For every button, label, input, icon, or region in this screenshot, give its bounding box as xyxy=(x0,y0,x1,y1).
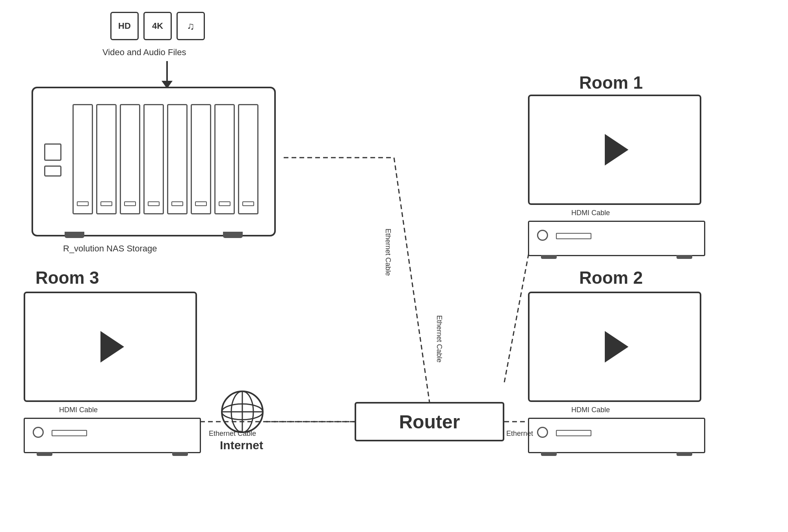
arrow-down-icon xyxy=(162,61,173,89)
room2-play-icon xyxy=(605,331,628,363)
router-label: Router xyxy=(399,411,460,433)
room3-play-icon xyxy=(100,331,124,363)
room1-media-player xyxy=(528,221,705,256)
nas-foot-left xyxy=(65,232,84,238)
file-icons-area: HD 4K ♫ xyxy=(110,12,205,40)
player1-port xyxy=(556,233,591,239)
diagram-container: HD 4K ♫ Video and Audio Files xyxy=(0,0,788,532)
room3-hdmi-label: HDMI Cable xyxy=(59,406,98,414)
nas-button-2 xyxy=(44,166,61,177)
nas-button-1 xyxy=(44,143,61,161)
player2-btn xyxy=(537,427,548,438)
room2-tv xyxy=(528,292,701,402)
drive-slot-4 xyxy=(143,104,164,214)
room1-play-icon xyxy=(605,134,628,166)
ethernet-label-room2: Ethernet xyxy=(506,430,533,438)
nas-buttons xyxy=(44,143,61,177)
hd-icon: HD xyxy=(110,12,139,40)
room3-label: Room 3 xyxy=(35,268,99,288)
ethernet-label-room1: Ethernet Cable xyxy=(435,315,443,363)
room3-tv xyxy=(24,292,197,402)
svg-line-1 xyxy=(394,158,429,402)
4k-icon: 4K xyxy=(143,12,172,40)
drive-slot-6 xyxy=(191,104,211,214)
drive-slot-7 xyxy=(214,104,235,214)
room2-media-player xyxy=(528,418,705,453)
room1-label: Room 1 xyxy=(579,73,643,93)
drive-slot-1 xyxy=(72,104,93,214)
room2-label: Room 2 xyxy=(579,268,643,288)
file-area-label: Video and Audio Files xyxy=(102,47,186,58)
player3-port xyxy=(52,430,87,436)
drive-slot-8 xyxy=(238,104,258,214)
ethernet-label-nas: Ethernet Cable xyxy=(384,229,392,276)
player1-btn xyxy=(537,230,548,241)
room1-hdmi-label: HDMI Cable xyxy=(571,209,610,217)
internet-label: Internet xyxy=(216,439,267,452)
nas-storage xyxy=(32,87,276,236)
audio-icon: ♫ xyxy=(177,12,205,40)
player2-port xyxy=(556,430,591,436)
internet-globe xyxy=(219,388,266,437)
player3-btn xyxy=(33,427,44,438)
nas-drives xyxy=(72,104,258,214)
nas-label: R_volution NAS Storage xyxy=(63,244,157,254)
drive-slot-3 xyxy=(120,104,140,214)
drive-slot-5 xyxy=(167,104,188,214)
room2-hdmi-label: HDMI Cable xyxy=(571,406,610,414)
drive-slot-2 xyxy=(96,104,117,214)
room3-media-player xyxy=(24,418,201,453)
router-box: Router xyxy=(355,402,504,441)
nas-foot-right xyxy=(223,232,243,238)
room1-tv xyxy=(528,95,701,205)
